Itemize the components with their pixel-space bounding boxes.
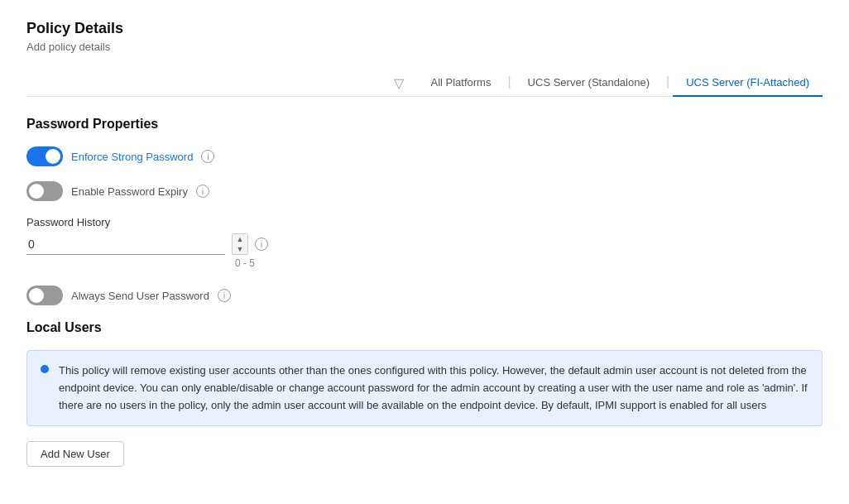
password-history-input[interactable]: [26, 234, 225, 255]
password-history-range: 0 - 5: [235, 257, 823, 269]
enable-password-expiry-toggle[interactable]: [26, 181, 63, 201]
divider-2: |: [663, 74, 673, 89]
spinner-up-button[interactable]: ▲: [233, 234, 247, 244]
password-history-section: Password History ▲ ▼ i 0 - 5: [26, 216, 823, 269]
tab-all-platforms[interactable]: All Platforms: [417, 70, 504, 97]
always-send-info-icon[interactable]: i: [218, 289, 231, 302]
password-history-info-icon[interactable]: i: [255, 238, 268, 251]
enable-expiry-info-icon[interactable]: i: [196, 185, 209, 198]
local-users-info-box: This policy will remove existing user ac…: [26, 350, 823, 426]
info-dot: [41, 365, 49, 373]
platform-filter-bar: ▽ All Platforms | UCS Server (Standalone…: [26, 70, 823, 97]
password-history-input-wrap: ▲ ▼ i: [26, 233, 823, 255]
password-properties-title: Password Properties: [26, 117, 823, 132]
tab-ucs-standalone[interactable]: UCS Server (Standalone): [515, 70, 663, 97]
always-send-password-toggle[interactable]: [26, 286, 63, 305]
password-history-label: Password History: [26, 216, 823, 228]
page-subtitle: Add policy details: [26, 41, 823, 53]
page-container: Policy Details Add policy details ▽ All …: [0, 0, 849, 504]
divider-1: |: [504, 74, 514, 89]
always-send-password-label: Always Send User Password: [71, 290, 209, 302]
local-users-title: Local Users: [26, 320, 823, 335]
enable-password-expiry-row: Enable Password Expiry i: [26, 181, 823, 201]
spinner-down-button[interactable]: ▼: [233, 244, 247, 254]
filter-icon: ▽: [394, 75, 404, 91]
password-history-spinner: ▲ ▼: [232, 233, 248, 255]
add-new-user-button[interactable]: Add New User: [26, 441, 124, 467]
enforce-strong-info-icon[interactable]: i: [201, 150, 214, 163]
tab-ucs-fi-attached[interactable]: UCS Server (FI-Attached): [673, 70, 823, 97]
local-users-section: Local Users This policy will remove exis…: [26, 320, 823, 467]
page-title: Policy Details: [26, 20, 823, 37]
local-users-info-text: This policy will remove existing user ac…: [59, 362, 808, 414]
enforce-strong-password-toggle[interactable]: [26, 146, 63, 166]
enforce-strong-password-label: Enforce Strong Password: [71, 151, 193, 163]
enforce-strong-password-row: Enforce Strong Password i: [26, 146, 823, 166]
enable-password-expiry-label: Enable Password Expiry: [71, 185, 188, 198]
always-send-password-row: Always Send User Password i: [26, 286, 823, 305]
